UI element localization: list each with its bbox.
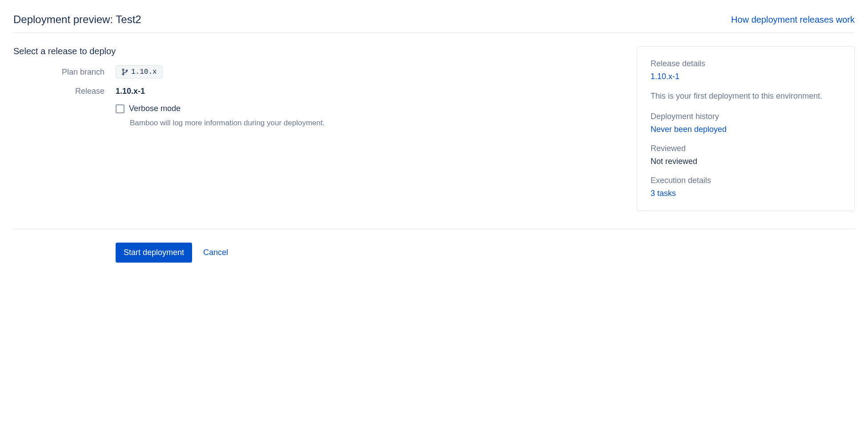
- help-link[interactable]: How deployment releases work: [731, 15, 855, 25]
- section-heading: Select a release to deploy: [13, 46, 623, 56]
- branch-icon: [121, 68, 129, 76]
- release-details-link[interactable]: 1.10.x-1: [651, 72, 679, 81]
- plan-branch-value: 1.10.x: [131, 68, 157, 76]
- page-title: Deployment preview: Test2: [13, 13, 141, 26]
- history-link[interactable]: Never been deployed: [651, 125, 727, 134]
- svg-point-1: [122, 73, 124, 75]
- release-form: Select a release to deploy Plan branch 1…: [13, 46, 623, 211]
- first-deploy-note: This is your first deployment to this en…: [651, 90, 841, 102]
- plan-branch-label: Plan branch: [13, 68, 116, 77]
- svg-point-0: [122, 69, 124, 70]
- release-details-heading: Release details: [651, 59, 841, 68]
- start-deployment-button[interactable]: Start deployment: [116, 243, 192, 263]
- history-heading: Deployment history: [651, 112, 841, 121]
- svg-point-2: [126, 70, 127, 71]
- verbose-desc: Bamboo will log more information during …: [130, 119, 623, 128]
- release-details-panel: Release details 1.10.x-1 This is your fi…: [637, 46, 855, 211]
- verbose-label[interactable]: Verbose mode: [129, 104, 181, 113]
- release-label: Release: [13, 87, 116, 96]
- verbose-checkbox[interactable]: [116, 104, 125, 113]
- execution-link[interactable]: 3 tasks: [651, 189, 676, 198]
- plan-branch-selector[interactable]: 1.10.x: [116, 65, 163, 79]
- reviewed-value: Not reviewed: [651, 157, 841, 166]
- cancel-button[interactable]: Cancel: [203, 248, 228, 257]
- reviewed-heading: Reviewed: [651, 144, 841, 153]
- release-value: 1.10.x-1: [116, 87, 145, 96]
- execution-heading: Execution details: [651, 176, 841, 185]
